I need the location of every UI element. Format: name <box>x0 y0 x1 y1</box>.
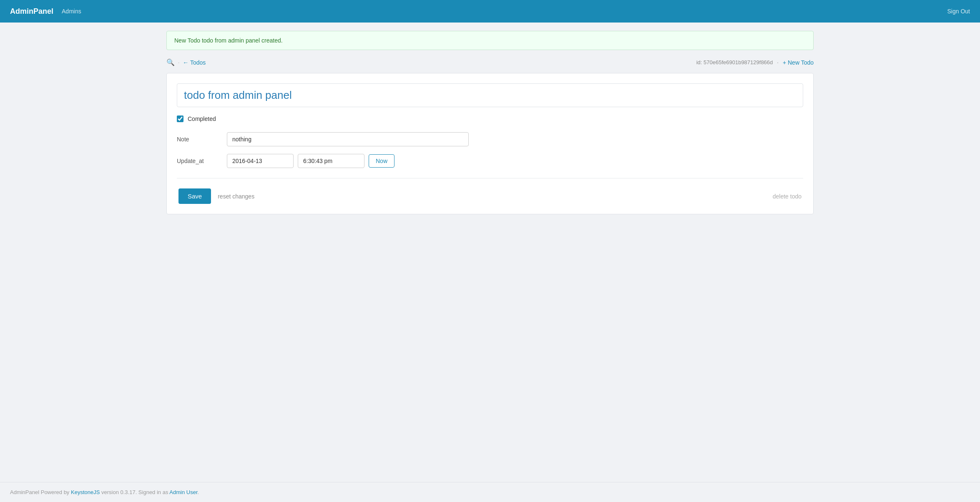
updated-at-field-row: Update_at Now <box>177 154 803 168</box>
completed-row: Completed <box>177 115 803 122</box>
keystonejs-link[interactable]: KeystoneJS <box>71 489 100 495</box>
back-to-todos-link[interactable]: ← Todos <box>183 59 206 66</box>
time-input[interactable] <box>298 154 364 168</box>
navbar-left: AdminPanel Admins <box>10 7 81 16</box>
form-card: Completed Note Update_at Now Save rese <box>166 73 814 214</box>
delete-todo-link[interactable]: delete todo <box>773 193 802 200</box>
toolbar-left: 🔍 · ← Todos <box>166 58 206 66</box>
now-button[interactable]: Now <box>369 154 395 168</box>
toolbar-right-separator: · <box>777 59 779 65</box>
note-label: Note <box>177 136 227 143</box>
admin-user-link[interactable]: Admin User <box>169 489 197 495</box>
note-input[interactable] <box>227 132 469 146</box>
content-wrapper: New Todo todo from admin panel created. … <box>156 23 824 482</box>
toolbar-right: id: 570e65fe6901b987129f866d · + New Tod… <box>696 59 814 66</box>
action-bar-left: Save reset changes <box>178 188 254 204</box>
footer: AdminPanel Powered by KeystoneJS version… <box>0 482 980 502</box>
completed-checkbox[interactable] <box>177 115 183 122</box>
footer-suffix: . <box>198 489 199 495</box>
completed-label: Completed <box>188 115 216 122</box>
page-toolbar: 🔍 · ← Todos id: 570e65fe6901b987129f866d… <box>166 58 814 66</box>
footer-version: version 0.3.17. Signed in as <box>100 489 169 495</box>
success-alert: New Todo todo from admin panel created. <box>166 31 814 50</box>
navbar-signout-link[interactable]: Sign Out <box>947 8 970 15</box>
record-id: id: 570e65fe6901b987129f866d <box>696 59 773 65</box>
form-fields: Note Update_at Now <box>177 132 803 168</box>
footer-prefix: AdminPanel Powered by <box>10 489 71 495</box>
reset-changes-link[interactable]: reset changes <box>218 193 254 200</box>
title-input[interactable] <box>177 83 803 107</box>
navbar-admins-link[interactable]: Admins <box>62 8 81 15</box>
new-todo-link[interactable]: + New Todo <box>783 59 814 66</box>
search-icon[interactable]: 🔍 <box>166 58 175 66</box>
save-button[interactable]: Save <box>178 188 211 204</box>
toolbar-separator: · <box>178 60 179 65</box>
action-bar: Save reset changes delete todo <box>177 188 803 204</box>
note-field-row: Note <box>177 132 803 146</box>
divider <box>177 178 803 178</box>
date-input[interactable] <box>227 154 294 168</box>
alert-message: New Todo todo from admin panel created. <box>174 37 283 44</box>
updated-at-label: Update_at <box>177 158 227 164</box>
navbar-brand: AdminPanel <box>10 7 53 16</box>
navbar: AdminPanel Admins Sign Out <box>0 0 980 23</box>
